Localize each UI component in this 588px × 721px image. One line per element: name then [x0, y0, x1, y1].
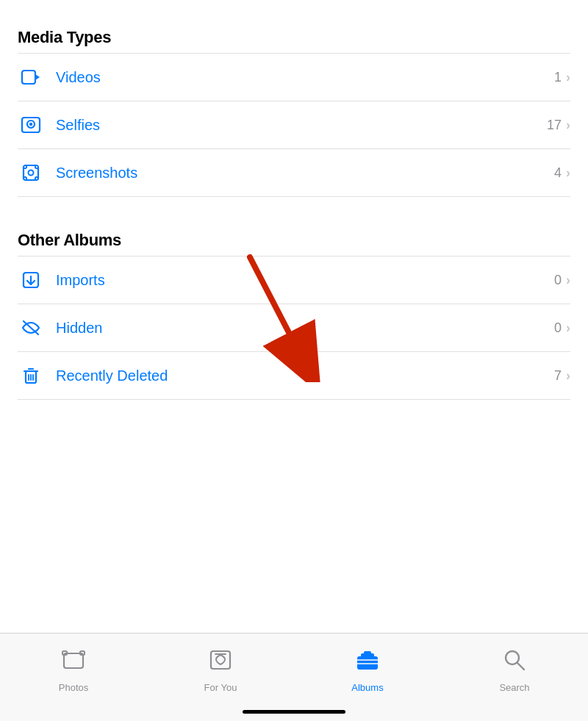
videos-count: 1 [554, 70, 562, 85]
tab-photos[interactable]: Photos [0, 641, 147, 700]
media-types-section: Media Types Videos 1 › [0, 15, 588, 197]
imports-item[interactable]: Imports 0 › [0, 257, 588, 304]
recently-deleted-label: Recently Deleted [56, 367, 554, 384]
hidden-icon [18, 315, 44, 341]
screenshots-item[interactable]: Screenshots 4 › [0, 149, 588, 196]
photos-tab-icon [54, 641, 93, 679]
search-tab-icon [495, 641, 534, 679]
selfies-count: 17 [547, 118, 562, 133]
svg-line-29 [517, 663, 524, 670]
media-types-header: Media Types [0, 15, 588, 53]
videos-chevron: › [566, 70, 570, 85]
other-albums-header: Other Albums [0, 218, 588, 256]
search-tab-label: Search [499, 682, 529, 693]
videos-item[interactable]: Videos 1 › [0, 54, 588, 101]
tab-for-you[interactable]: For You [147, 641, 294, 700]
photos-tab-label: Photos [59, 682, 88, 693]
albums-tab-label: Albums [351, 682, 383, 693]
hidden-chevron: › [566, 320, 570, 336]
imports-chevron: › [566, 273, 570, 288]
svg-marker-1 [35, 74, 40, 80]
hidden-label: Hidden [56, 320, 554, 337]
svg-rect-0 [22, 71, 35, 84]
screenshot-icon [18, 159, 44, 186]
videos-label: Videos [56, 69, 554, 86]
hidden-count: 0 [554, 320, 562, 336]
imports-label: Imports [56, 272, 554, 289]
tab-search[interactable]: Search [441, 641, 588, 700]
content-area: Media Types Videos 1 › [0, 0, 588, 632]
tab-albums[interactable]: Albums [294, 641, 441, 700]
screenshots-label: Screenshots [56, 165, 554, 182]
screenshots-chevron: › [566, 165, 570, 181]
spacer [0, 197, 588, 218]
albums-tab-icon [348, 641, 387, 679]
divider-recently-deleted [18, 399, 570, 400]
recently-deleted-item[interactable]: Recently Deleted 7 › [0, 352, 588, 399]
recently-deleted-count: 7 [554, 368, 562, 384]
other-albums-section: Other Albums Imports 0 › [0, 218, 588, 400]
selfies-label: Selfies [56, 117, 547, 134]
svg-rect-18 [64, 653, 83, 668]
video-icon [18, 64, 44, 90]
svg-point-6 [29, 171, 34, 176]
home-indicator [243, 710, 345, 714]
for-you-tab-label: For You [204, 682, 237, 693]
svg-rect-25 [364, 651, 371, 655]
for-you-tab-icon [201, 641, 240, 679]
selfie-icon [18, 112, 44, 138]
trash-icon [18, 362, 44, 389]
svg-point-4 [29, 123, 32, 126]
selfies-chevron: › [566, 118, 570, 133]
selfies-item[interactable]: Selfies 17 › [0, 101, 588, 148]
screenshots-count: 4 [554, 165, 562, 181]
tab-bar: Photos For You Albums [0, 633, 588, 721]
hidden-item[interactable]: Hidden 0 › [0, 304, 588, 351]
imports-count: 0 [554, 273, 562, 288]
import-icon [18, 267, 44, 293]
svg-rect-23 [357, 656, 378, 670]
recently-deleted-chevron: › [566, 368, 570, 384]
